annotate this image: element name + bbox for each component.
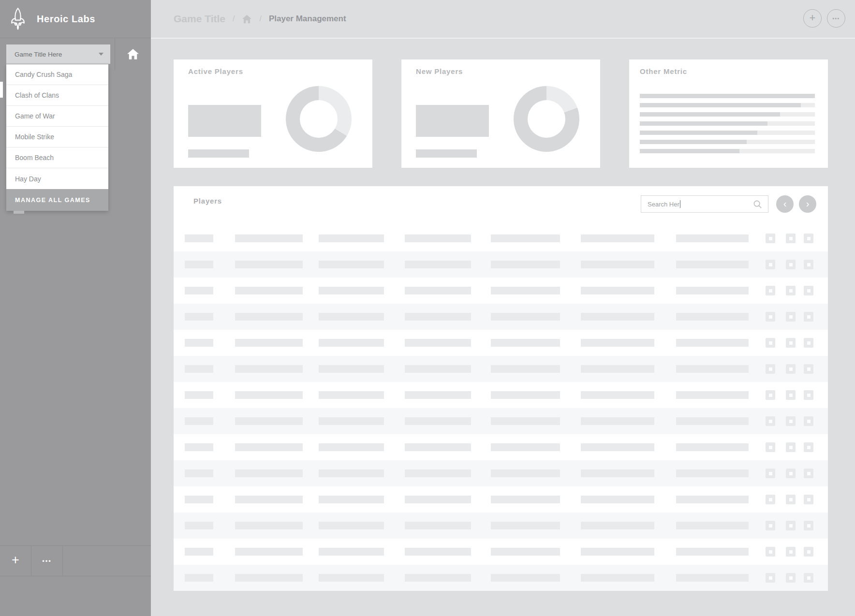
cell-placeholder-bar <box>581 391 654 399</box>
cell-placeholder-bar <box>491 339 560 347</box>
row-action-icon[interactable] <box>804 260 813 269</box>
row-action-icon[interactable] <box>766 312 775 322</box>
row-action-icon[interactable] <box>804 338 813 348</box>
breadcrumb-game-title[interactable]: Game Title <box>174 13 225 25</box>
table-row[interactable] <box>174 539 828 565</box>
cell-placeholder-bar <box>235 235 303 242</box>
cell-placeholder-bar <box>405 365 471 373</box>
next-page-button[interactable]: › <box>799 195 816 213</box>
row-action-icon[interactable] <box>766 547 775 557</box>
header-actions: + ••• <box>803 9 845 28</box>
row-action-icon[interactable] <box>766 338 775 348</box>
cell-placeholder-bar <box>405 235 471 242</box>
sidebar-add-button[interactable]: + <box>0 546 31 576</box>
header-add-button[interactable]: + <box>803 9 822 28</box>
row-action-icon[interactable] <box>766 416 775 426</box>
row-action-icon[interactable] <box>804 573 813 583</box>
row-action-icon[interactable] <box>804 364 813 374</box>
table-row[interactable] <box>174 408 828 434</box>
table-row[interactable] <box>174 460 828 486</box>
menu-item-mobile-strike[interactable]: Mobile Strike <box>6 127 108 147</box>
metric-bar-track <box>640 131 815 135</box>
plus-icon: + <box>12 554 19 568</box>
cell-placeholder-bar <box>581 522 654 529</box>
table-row[interactable] <box>174 382 828 408</box>
row-action-icon[interactable] <box>786 469 796 478</box>
row-action-icon[interactable] <box>786 234 796 243</box>
row-action-icon[interactable] <box>786 442 796 452</box>
table-row[interactable] <box>174 225 828 251</box>
row-action-icon[interactable] <box>766 495 775 504</box>
table-row[interactable] <box>174 330 828 356</box>
stat-cards: Active Players New Players Other Metric <box>174 59 828 168</box>
cell-placeholder-bar <box>491 443 560 451</box>
row-action-icon[interactable] <box>804 469 813 478</box>
prev-page-button[interactable]: ‹ <box>776 195 794 213</box>
cell-placeholder-bar <box>319 339 384 347</box>
row-action-icon[interactable] <box>766 442 775 452</box>
search-input[interactable]: Search Her <box>641 195 768 213</box>
cell-placeholder-bar <box>235 469 303 477</box>
table-row[interactable] <box>174 304 828 330</box>
card-title: Other Metric <box>640 67 687 75</box>
row-action-icon[interactable] <box>766 286 775 295</box>
sidebar-more-button[interactable]: ••• <box>31 546 63 576</box>
row-action-icon[interactable] <box>786 338 796 348</box>
row-action-icon[interactable] <box>786 521 796 530</box>
row-action-icon[interactable] <box>786 495 796 504</box>
cell-placeholder-bar <box>581 469 654 477</box>
row-action-icon[interactable] <box>804 495 813 504</box>
table-row[interactable] <box>174 434 828 460</box>
table-row[interactable] <box>174 356 828 382</box>
row-action-icon[interactable] <box>804 234 813 243</box>
row-action-icon[interactable] <box>786 286 796 295</box>
metric-bar-fill <box>640 140 747 144</box>
table-row[interactable] <box>174 278 828 304</box>
menu-item-boom-beach[interactable]: Boom Beach <box>6 147 108 168</box>
row-action-icon[interactable] <box>766 234 775 243</box>
menu-item-game-of-war[interactable]: Game of War <box>6 106 108 127</box>
menu-item-candy-crush-saga[interactable]: Candy Crush Saga <box>6 64 108 85</box>
row-action-icon[interactable] <box>786 260 796 269</box>
cell-placeholder-bar <box>491 365 560 373</box>
cell-placeholder-bar <box>235 522 303 529</box>
row-action-icon[interactable] <box>786 547 796 557</box>
row-action-icon[interactable] <box>766 573 775 583</box>
row-action-icon[interactable] <box>786 390 796 400</box>
table-row[interactable] <box>174 251 828 278</box>
cell-placeholder-bar <box>581 417 654 425</box>
header-more-button[interactable]: ••• <box>827 9 845 28</box>
cell-placeholder-bar <box>319 391 384 399</box>
row-action-icon[interactable] <box>766 260 775 269</box>
row-action-icon[interactable] <box>804 312 813 322</box>
breadcrumb-home-icon[interactable] <box>242 15 252 24</box>
stat-placeholder-bar <box>416 149 477 158</box>
row-action-icon[interactable] <box>766 364 775 374</box>
row-action-icon[interactable] <box>804 547 813 557</box>
metric-bar-fill <box>640 103 801 107</box>
cell-placeholder-bar <box>491 391 560 399</box>
row-action-icon[interactable] <box>786 416 796 426</box>
sidebar-home-button[interactable] <box>115 38 151 70</box>
row-action-icon[interactable] <box>786 312 796 322</box>
table-row[interactable] <box>174 513 828 539</box>
cell-placeholder-bar <box>185 287 213 294</box>
manage-all-games-item[interactable]: MANAGE ALL GAMES <box>6 189 108 211</box>
menu-item-clash-of-clans[interactable]: Clash of Clans <box>6 85 108 106</box>
cell-placeholder-bar <box>491 261 560 268</box>
table-row[interactable] <box>174 486 828 513</box>
row-action-icon[interactable] <box>766 469 775 478</box>
row-action-icon[interactable] <box>804 286 813 295</box>
row-action-icon[interactable] <box>804 416 813 426</box>
table-row[interactable] <box>174 565 828 591</box>
cell-placeholder-bar <box>185 417 213 425</box>
row-action-icon[interactable] <box>804 390 813 400</box>
row-action-icon[interactable] <box>766 521 775 530</box>
row-action-icon[interactable] <box>766 390 775 400</box>
row-action-icon[interactable] <box>804 442 813 452</box>
row-action-icon[interactable] <box>786 364 796 374</box>
game-picker-dropdown[interactable]: Game Title Here <box>6 44 110 64</box>
menu-item-hay-day[interactable]: Hay Day <box>6 168 108 189</box>
row-action-icon[interactable] <box>786 573 796 583</box>
row-action-icon[interactable] <box>804 521 813 530</box>
